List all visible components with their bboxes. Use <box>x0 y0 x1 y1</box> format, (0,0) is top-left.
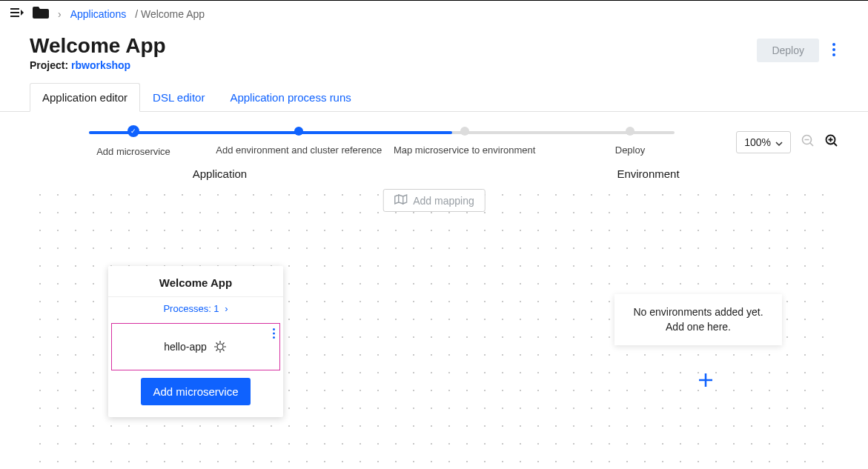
chevron-right-icon: › <box>225 303 228 314</box>
tab-application-editor[interactable]: Application editor <box>30 83 140 112</box>
breadcrumb-slash: / Welcome App <box>135 8 205 20</box>
section-environment-label: Environment <box>473 167 824 180</box>
progress-stepper: Add microservice Add environment and clu… <box>89 127 675 157</box>
map-icon <box>394 194 407 207</box>
project-line: Project: rbworkshop <box>30 59 166 71</box>
folder-icon <box>33 7 49 21</box>
microservice-more-icon[interactable] <box>273 328 275 341</box>
helm-icon <box>213 339 228 354</box>
add-mapping-button[interactable]: Add mapping <box>382 189 486 212</box>
breadcrumb-separator: › <box>58 8 62 20</box>
svg-point-6 <box>273 333 275 335</box>
application-card: Welcome App Processes: 1 › hello-app Add… <box>108 266 283 417</box>
chevron-down-icon <box>775 136 783 148</box>
svg-point-0 <box>832 43 835 46</box>
zoom-select[interactable]: 100% <box>736 131 791 153</box>
tab-process-runs[interactable]: Application process runs <box>217 83 363 112</box>
zoom-in-icon[interactable] <box>825 134 838 150</box>
step-add-microservice: Add microservice <box>89 127 178 157</box>
environment-empty-card: No environments added yet. Add one here. <box>614 294 782 345</box>
section-application-label: Application <box>44 167 395 180</box>
add-environment-button[interactable] <box>698 368 714 393</box>
editor-canvas[interactable]: Add mapping Welcome App Processes: 1 › h… <box>30 184 838 466</box>
processes-link[interactable]: Processes: 1 › <box>163 303 228 314</box>
step-map-microservice: Map microservice to environment <box>420 127 509 157</box>
svg-point-7 <box>273 336 275 339</box>
sidebar-toggle-icon[interactable] <box>10 7 24 20</box>
step-add-environment: Add environment and cluster reference <box>254 127 343 157</box>
header-more-icon[interactable] <box>829 40 838 61</box>
add-microservice-button[interactable]: Add microservice <box>141 378 250 405</box>
svg-point-2 <box>832 53 835 56</box>
project-link[interactable]: rbworkshop <box>71 59 130 71</box>
svg-point-8 <box>217 344 223 350</box>
breadcrumb-applications-link[interactable]: Applications <box>70 8 127 20</box>
zoom-out-icon[interactable] <box>801 134 815 150</box>
app-card-title: Welcome App <box>108 266 283 296</box>
breadcrumb-current: Welcome App <box>141 8 205 20</box>
page-title: Welcome App <box>30 34 166 58</box>
microservice-card[interactable]: hello-app <box>111 323 280 370</box>
microservice-name: hello-app <box>164 341 207 353</box>
step-deploy: Deploy <box>586 127 675 157</box>
svg-point-5 <box>273 328 275 330</box>
tab-dsl-editor[interactable]: DSL editor <box>140 83 217 112</box>
svg-point-1 <box>832 48 835 51</box>
deploy-button[interactable]: Deploy <box>757 39 819 62</box>
